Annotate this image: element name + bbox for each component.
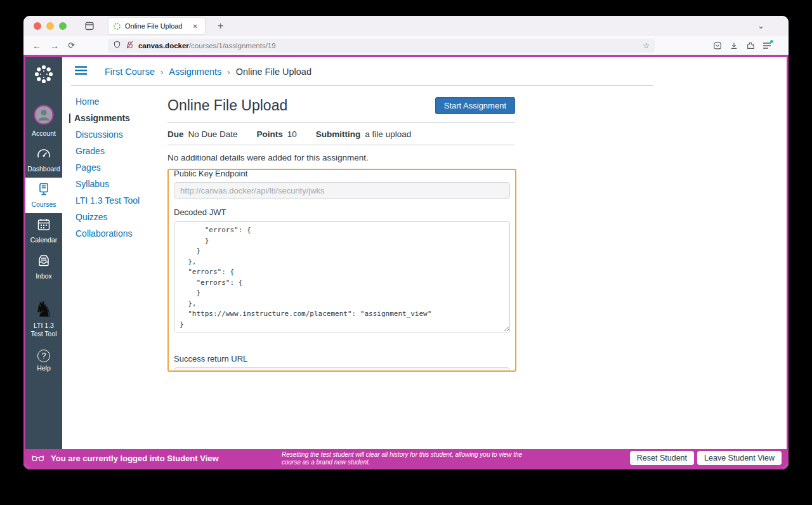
course-nav-home[interactable]: Home <box>74 97 167 107</box>
lti-tool-iframe: Public Key Endpoint Decoded JWT "errors"… <box>167 169 516 372</box>
toolbar-icons <box>713 41 771 50</box>
student-view-glasses-icon <box>32 453 44 464</box>
maximize-window-button[interactable] <box>59 22 67 30</box>
public-key-endpoint-label: Public Key Endpoint <box>174 169 510 178</box>
browser-tab-bar: Online File Upload ✕ + ⌄ <box>23 16 789 36</box>
forward-button[interactable]: → <box>50 41 59 50</box>
canvas-page: Account Dashboard <box>23 55 789 469</box>
dashboard-icon <box>36 147 51 163</box>
decoded-jwt-label: Decoded JWT <box>174 207 510 217</box>
bookmark-star-icon[interactable]: ☆ <box>643 41 650 50</box>
decoded-jwt-textarea[interactable]: "errors": { } } }, "errors": { "errors":… <box>174 221 510 332</box>
help-icon: ? <box>37 350 50 362</box>
course-nav-menu: Home Assignments Discussions Grades Page… <box>62 97 167 372</box>
inbox-icon <box>37 254 51 270</box>
due-value: No Due Date <box>188 129 238 139</box>
public-key-endpoint-input[interactable] <box>174 182 510 199</box>
global-nav-sidebar: Account Dashboard <box>25 57 62 449</box>
success-return-url-label: Success return URL <box>174 354 510 364</box>
course-nav-assignments[interactable]: Assignments <box>74 114 167 123</box>
window-controls <box>34 22 67 30</box>
menu-notification-dot <box>770 40 773 43</box>
pocket-icon[interactable] <box>713 41 722 50</box>
course-nav-pages[interactable]: Pages <box>74 163 167 173</box>
leave-student-view-button[interactable]: Leave Student View <box>697 451 782 465</box>
tab-title: Online File Upload <box>125 22 191 30</box>
canvas-favicon-icon <box>114 23 121 30</box>
extensions-icon[interactable] <box>746 41 755 50</box>
tracking-shield-icon[interactable] <box>113 41 121 50</box>
browser-tab[interactable]: Online File Upload ✕ <box>108 18 205 34</box>
app-menu-icon[interactable] <box>763 42 771 49</box>
browser-toolbar: ← → ⟳ canvas.docker/courses/1/assignment… <box>23 36 789 55</box>
sidebar-item-courses[interactable]: Courses <box>25 178 62 213</box>
courses-icon <box>37 182 51 199</box>
submitting-label: Submitting <box>316 129 361 139</box>
course-nav-discussions[interactable]: Discussions <box>74 130 167 140</box>
close-tab-icon[interactable]: ✕ <box>191 22 200 31</box>
tab-overview-icon[interactable] <box>84 21 95 31</box>
tab-list-chevron-icon[interactable]: ⌄ <box>757 21 764 30</box>
breadcrumb-assignments-link[interactable]: Assignments <box>169 67 221 77</box>
url-path: /courses/1/assignments/19 <box>189 42 276 49</box>
sidebar-item-calendar[interactable]: Calendar <box>25 213 62 249</box>
student-view-info: Resetting the test student will clear al… <box>282 451 534 466</box>
address-bar[interactable]: canvas.docker/courses/1/assignments/19 ☆ <box>108 39 655 53</box>
breadcrumb-separator: › <box>227 67 230 77</box>
breadcrumb-separator: › <box>160 67 163 77</box>
reset-student-button[interactable]: Reset Student <box>630 451 694 465</box>
browser-window: Online File Upload ✕ + ⌄ ← → ⟳ canvas.do… <box>23 16 789 469</box>
calendar-icon <box>37 218 51 234</box>
course-content: First Course › Assignments › Online File… <box>62 57 787 449</box>
url-host: canvas.docker <box>138 42 189 49</box>
success-return-url-input[interactable] <box>174 367 510 372</box>
unicorn-icon: ♞ <box>34 298 53 320</box>
course-nav-quizzes[interactable]: Quizzes <box>74 213 167 222</box>
course-nav-syllabus[interactable]: Syllabus <box>74 180 167 189</box>
course-nav-toggle-icon[interactable] <box>75 66 87 77</box>
breadcrumb: First Course › Assignments › Online File… <box>105 67 311 77</box>
divider <box>167 122 515 123</box>
course-nav-grades[interactable]: Grades <box>74 147 167 156</box>
breadcrumb-current: Online File Upload <box>236 67 311 77</box>
page-title: Online File Upload <box>167 97 287 114</box>
course-nav-collaborations[interactable]: Collaborations <box>74 229 167 239</box>
close-window-button[interactable] <box>34 22 41 30</box>
canvas-logo-icon[interactable] <box>32 62 56 89</box>
back-button[interactable]: ← <box>32 41 41 50</box>
insecure-lock-icon[interactable] <box>126 41 134 50</box>
sidebar-item-lti-tool[interactable]: ♞ LTI 1.3 Test Tool <box>25 294 62 343</box>
submitting-value: a file upload <box>365 129 411 139</box>
sidebar-item-account[interactable]: Account <box>25 100 62 142</box>
points-value: 10 <box>287 129 297 139</box>
divider <box>167 145 515 145</box>
avatar <box>34 105 54 128</box>
student-view-bar: You are currently logged into Student Vi… <box>25 449 787 468</box>
course-nav-lti-tool[interactable]: LTI 1.3 Test Tool <box>74 196 167 206</box>
student-view-message: You are currently logged into Student Vi… <box>51 454 219 463</box>
no-details-text: No additional details were added for thi… <box>167 153 518 162</box>
sidebar-item-dashboard[interactable]: Dashboard <box>25 142 62 178</box>
new-tab-button[interactable]: + <box>214 20 227 32</box>
sidebar-item-inbox[interactable]: Inbox <box>25 249 62 285</box>
reload-button[interactable]: ⟳ <box>68 41 75 49</box>
assignment-details: DueNo Due Date Points10 Submittinga file… <box>167 129 515 139</box>
sidebar-item-help[interactable]: ? Help <box>25 345 62 377</box>
start-assignment-button[interactable]: Start Assignment <box>435 97 515 114</box>
download-icon[interactable] <box>730 41 738 50</box>
due-label: Due <box>167 129 184 139</box>
minimize-window-button[interactable] <box>46 22 54 30</box>
points-label: Points <box>257 129 283 139</box>
breadcrumb-course-link[interactable]: First Course <box>105 67 155 77</box>
